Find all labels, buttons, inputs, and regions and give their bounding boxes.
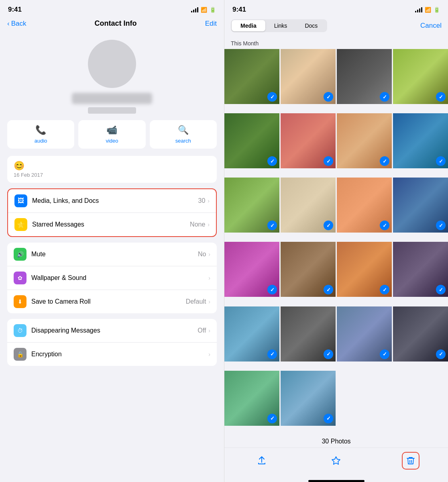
disappearing-value: Off bbox=[198, 327, 206, 334]
menu-list-3: ⏱ Disappearing Messages Off › 🔒 Encrypti… bbox=[7, 319, 217, 366]
search-icon: 🔍 bbox=[178, 125, 189, 135]
starred-chevron-icon: › bbox=[208, 221, 210, 228]
check-badge-17: ✓ bbox=[267, 349, 277, 359]
video-icon: 📹 bbox=[106, 125, 117, 135]
audio-button[interactable]: 📞 audio bbox=[7, 120, 74, 149]
media-icon-wrap: 🖼 bbox=[14, 194, 27, 207]
starred-icon: ⭐ bbox=[17, 221, 25, 229]
battery-icon: 🔋 bbox=[210, 7, 216, 13]
check-badge-3: ✓ bbox=[380, 92, 389, 102]
camera-roll-icon-wrap: ⬇ bbox=[14, 295, 26, 308]
photo-cell-10[interactable]: ✓ bbox=[281, 178, 336, 233]
photo-cell-17[interactable]: ✓ bbox=[224, 306, 279, 362]
wallpaper-icon: ✿ bbox=[18, 275, 22, 281]
search-label: search bbox=[175, 138, 191, 144]
star-button[interactable] bbox=[327, 452, 345, 470]
delete-button[interactable] bbox=[402, 452, 419, 470]
photo-cell-12[interactable]: ✓ bbox=[393, 178, 448, 233]
left-status-bar: 9:41 📶 🔋 bbox=[0, 0, 224, 16]
back-label: Back bbox=[11, 20, 26, 28]
photo-cell-14[interactable]: ✓ bbox=[281, 242, 336, 297]
contact-subtitle bbox=[88, 107, 136, 114]
menu-item-disappearing[interactable]: ⏱ Disappearing Messages Off › bbox=[7, 319, 217, 343]
menu-item-encryption[interactable]: 🔒 Encryption › bbox=[7, 343, 217, 366]
back-button[interactable]: ‹ Back bbox=[7, 20, 26, 28]
media-chevron-icon: › bbox=[208, 198, 210, 204]
mute-icon-wrap: 🔊 bbox=[14, 248, 26, 261]
right-panel: 9:41 📶 🔋 Media Links Docs Cancel This Mo… bbox=[224, 0, 448, 482]
left-nav-bar: ‹ Back Contact Info Edit bbox=[0, 16, 224, 32]
right-status-bar: 9:41 📶 🔋 bbox=[224, 0, 448, 16]
avatar bbox=[88, 40, 136, 88]
home-indicator bbox=[308, 480, 365, 482]
photo-cell-1[interactable]: ✓ bbox=[224, 49, 279, 104]
check-badge-8: ✓ bbox=[436, 156, 446, 166]
segment-bar: Media Links Docs Cancel bbox=[224, 16, 448, 36]
check-badge-21: ✓ bbox=[267, 414, 277, 423]
mute-chevron-icon: › bbox=[208, 251, 210, 257]
camera-roll-chevron-icon: › bbox=[208, 298, 210, 305]
share-button[interactable] bbox=[253, 452, 271, 470]
photo-cell-3[interactable]: ✓ bbox=[337, 49, 392, 104]
photo-cell-21[interactable]: ✓ bbox=[224, 371, 279, 426]
camera-roll-value: Default bbox=[186, 298, 206, 305]
contact-name-blurred bbox=[72, 93, 152, 104]
starred-value: None bbox=[190, 221, 205, 228]
media-icon: 🖼 bbox=[18, 197, 24, 204]
photo-cell-19[interactable]: ✓ bbox=[337, 306, 392, 362]
menu-item-camera-roll[interactable]: ⬇ Save to Camera Roll Default › bbox=[7, 290, 217, 313]
disappearing-icon-wrap: ⏱ bbox=[14, 324, 26, 337]
right-wifi-icon: 📶 bbox=[425, 7, 431, 13]
video-button[interactable]: 📹 video bbox=[78, 120, 145, 149]
photo-cell-8[interactable]: ✓ bbox=[393, 113, 448, 168]
segment-docs[interactable]: Docs bbox=[296, 20, 326, 31]
segment-links[interactable]: Links bbox=[265, 20, 296, 31]
photo-cell-11[interactable]: ✓ bbox=[337, 178, 392, 233]
left-status-icons: 📶 🔋 bbox=[191, 7, 216, 13]
check-badge-18: ✓ bbox=[324, 349, 333, 359]
photo-cell-22[interactable]: ✓ bbox=[281, 371, 336, 426]
segment-media[interactable]: Media bbox=[232, 20, 265, 31]
photo-cell-18[interactable]: ✓ bbox=[281, 306, 336, 362]
search-button[interactable]: 🔍 search bbox=[150, 120, 217, 149]
status-card: 😊 16 Feb 2017 bbox=[7, 156, 217, 183]
disappearing-chevron-icon: › bbox=[208, 327, 210, 334]
camera-roll-label: Save to Camera Roll bbox=[31, 298, 186, 305]
star-icon bbox=[331, 456, 341, 466]
photo-cell-20[interactable]: ✓ bbox=[393, 306, 448, 362]
menu-item-mute[interactable]: 🔊 Mute No › bbox=[7, 243, 217, 266]
disappearing-label: Disappearing Messages bbox=[31, 327, 198, 334]
photo-cell-9[interactable]: ✓ bbox=[224, 178, 279, 233]
section-header: This Month bbox=[224, 36, 448, 49]
photo-cell-6[interactable]: ✓ bbox=[281, 113, 336, 168]
photo-cell-5[interactable]: ✓ bbox=[224, 113, 279, 168]
photo-cell-13[interactable]: ✓ bbox=[224, 242, 279, 297]
status-emoji: 😊 bbox=[14, 161, 210, 171]
wallpaper-chevron-icon: › bbox=[208, 275, 210, 281]
menu-item-media[interactable]: 🖼 Media, Links, and Docs 30 › bbox=[8, 189, 216, 213]
menu-item-wallpaper[interactable]: ✿ Wallpaper & Sound › bbox=[7, 266, 217, 290]
audio-icon: 📞 bbox=[35, 125, 46, 135]
share-icon bbox=[257, 456, 267, 466]
photo-cell-4[interactable]: ✓ bbox=[393, 49, 448, 104]
photo-cell-16[interactable]: ✓ bbox=[393, 242, 448, 297]
mute-label: Mute bbox=[31, 251, 198, 258]
photo-cell-2[interactable]: ✓ bbox=[281, 49, 336, 104]
check-badge-22: ✓ bbox=[324, 414, 333, 423]
encryption-label: Encryption bbox=[31, 351, 206, 358]
check-badge-4: ✓ bbox=[436, 92, 446, 102]
menu-item-starred[interactable]: ⭐ Starred Messages None › bbox=[8, 213, 216, 236]
check-badge-5: ✓ bbox=[267, 156, 277, 166]
left-time: 9:41 bbox=[8, 6, 22, 14]
cancel-button[interactable]: Cancel bbox=[420, 22, 442, 30]
photo-cell-7[interactable]: ✓ bbox=[337, 113, 392, 168]
photo-cell-15[interactable]: ✓ bbox=[337, 242, 392, 297]
avatar-section bbox=[0, 32, 224, 120]
edit-button[interactable]: Edit bbox=[205, 20, 217, 28]
wifi-icon: 📶 bbox=[201, 7, 207, 13]
wallpaper-label: Wallpaper & Sound bbox=[31, 274, 206, 282]
menu-list-2: 🔊 Mute No › ✿ Wallpaper & Sound › ⬇ Save… bbox=[7, 243, 217, 313]
signal-icon bbox=[191, 7, 198, 12]
status-date: 16 Feb 2017 bbox=[14, 172, 210, 178]
action-buttons-row: 📞 audio 📹 video 🔍 search bbox=[0, 120, 224, 156]
